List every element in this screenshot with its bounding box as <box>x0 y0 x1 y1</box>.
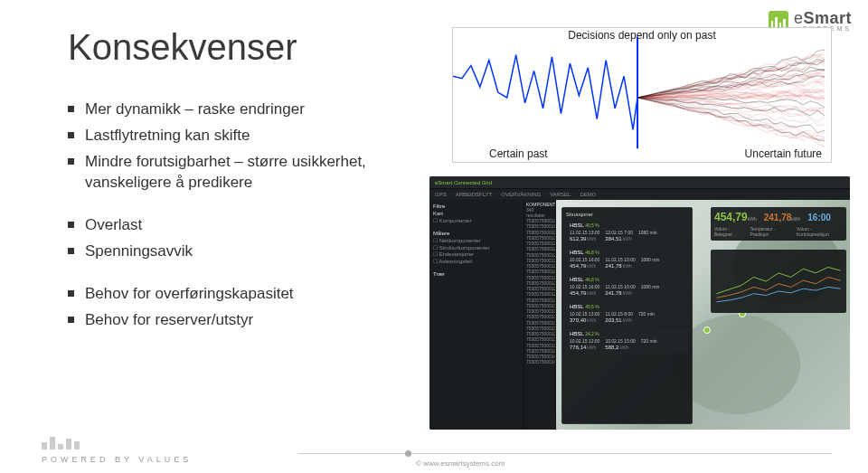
app-nav-item[interactable]: VARSEL <box>550 192 571 197</box>
bullet-icon <box>68 222 74 228</box>
card-value: 612,39kWh <box>570 236 596 241</box>
metric-tab[interactable]: Volum -Belegnet <box>714 226 746 237</box>
situation-card[interactable]: HBSL 46,8 %10.02.15 16:0011.02.15 10:001… <box>566 274 688 298</box>
bullet-icon <box>68 158 74 165</box>
card-time: 720 min <box>641 338 657 344</box>
card-time: 10.02.15 12:00 <box>570 338 599 344</box>
metric-tab[interactable]: Volum -Kortidspredikjon <box>797 226 843 237</box>
card-value: 384,51kWh <box>605 236 631 241</box>
card-pct: 46,8 % <box>585 277 599 282</box>
id-count: 340 resultater <box>526 207 553 218</box>
chart-svg <box>453 28 831 162</box>
filter-checkbox[interactable]: ☐ Endestasjoner <box>433 251 520 259</box>
card-time: 1080 min <box>641 257 660 262</box>
situation-card[interactable]: HBSL 46,8 %10.02.15 16:0011.02.15 10:001… <box>566 247 688 271</box>
footer-tagline: POWERED BY VALUES <box>42 455 192 464</box>
card-value: 776,14kWh <box>570 345 596 350</box>
filter-checkbox[interactable]: ☐ Avlesningsfeil <box>433 259 520 266</box>
bullet-text: Overlast <box>85 215 142 236</box>
bullet-text: Mer dynamikk – raske endringer <box>85 99 305 120</box>
bullet-text: Behov for reserver/utstyr <box>85 310 253 331</box>
card-time: 10.02.15 16:00 <box>570 284 599 289</box>
bullet-icon <box>68 317 74 323</box>
bullet-text: Lastflytretning kan skifte <box>85 126 250 147</box>
chart-label-right: Uncertain future <box>745 147 822 160</box>
card-time: 11.02.15 10:00 <box>605 284 635 289</box>
card-name: HBSL <box>570 277 583 282</box>
card-value: 454,79kWh <box>570 290 596 296</box>
id-row[interactable]: 7030575000141 <box>526 359 553 364</box>
section-header: Målere <box>433 231 520 236</box>
metric-3: 16:00 <box>807 213 831 222</box>
filter-checkbox[interactable]: ☐ Strukturkomponenter <box>433 245 520 252</box>
id-row[interactable]: 7030575000122 <box>526 252 553 258</box>
card-time: 720 min <box>638 311 655 317</box>
bullet-item: Mer dynamikk – raske endringer <box>68 99 429 120</box>
bullet-icon <box>68 106 74 112</box>
id-row[interactable]: 7030575000126 <box>526 275 553 280</box>
app-nav-item[interactable]: GPS <box>435 192 447 197</box>
id-row[interactable]: 7030575000137 <box>526 336 553 342</box>
app-map: Situasjoner HBSL 40,5 %11.02.15 13:0012.… <box>556 200 850 430</box>
id-row[interactable]: 7030575000129 <box>526 291 553 297</box>
card-value: 588,2kWh <box>605 345 628 350</box>
filter-checkbox[interactable]: ☐ Nettkomponenter <box>433 238 520 245</box>
id-row[interactable]: 7030575000138 <box>526 343 553 348</box>
card-time: 10.02.15 15:00 <box>605 338 635 344</box>
card-name: HBSL <box>570 250 583 255</box>
chart-label-left: Certain past <box>489 147 548 160</box>
slide-title: Konsekvenser <box>68 27 297 68</box>
card-name: HBSL <box>570 304 583 309</box>
app-nav-item[interactable]: OVERVÅKNING <box>501 192 541 197</box>
brand-main: Smart <box>803 9 852 27</box>
id-row[interactable]: 7030575000118 <box>526 230 553 235</box>
bullet-item: Lastflytretning kan skifte <box>68 126 429 147</box>
filter-checkbox[interactable]: ☐ Komponenter <box>433 218 520 225</box>
card-value: 454,79kWh <box>570 263 596 269</box>
metrics-panel: 454,79kWh 241,78kWh 16:00 Volum -Belegne… <box>711 207 846 241</box>
bullet-item: Spenningsavvik <box>68 241 429 262</box>
app-nav-item[interactable]: DEMO <box>580 192 596 197</box>
card-pct: 24,2 % <box>585 331 599 336</box>
app-screenshot: eSmart Connected Grid GPSARBEIDSFLYTOVER… <box>429 176 850 430</box>
card-value: 241,78kWh <box>605 263 631 269</box>
bullet-icon <box>68 132 74 138</box>
app-titlebar: eSmart Connected Grid <box>429 176 850 189</box>
app-nav-item[interactable]: ARBEIDSFLYT <box>456 192 493 197</box>
situation-card[interactable]: HBSL 40,5 %10.02.15 13:0011.02.15 8:0072… <box>566 301 688 326</box>
bullet-text: Behov for overføringskapasitet <box>85 284 294 305</box>
map-marker-icon <box>703 326 711 334</box>
app-id-column: KOMPONENTER340 resultater703057500011670… <box>524 200 556 430</box>
app-title: eSmart Connected Grid <box>435 180 492 185</box>
bullet-list: Mer dynamikk – raske endringerLastflytre… <box>68 99 429 353</box>
card-time: 10.02.15 16:00 <box>570 257 599 262</box>
card-time: 11.02.15 13:00 <box>570 230 599 235</box>
id-row[interactable]: 7030575000130 <box>526 298 553 303</box>
situation-card[interactable]: HBSL 40,5 %11.02.15 13:0012.02.15 7:0010… <box>566 220 688 244</box>
id-row[interactable]: 7030575000134 <box>526 320 553 326</box>
situation-card[interactable]: HBSL 24,2 %10.02.15 12:0010.02.15 15:007… <box>566 328 688 353</box>
bullet-text: Mindre forutsigbarhet – større usikkerhe… <box>85 152 429 194</box>
uncertainty-chart: Decisions depend only on past Certain pa… <box>452 27 832 163</box>
situations-panel: Situasjoner HBSL 40,5 %11.02.15 13:0012.… <box>561 207 693 424</box>
footer-url: © www.esmartsystems.com <box>416 459 505 468</box>
footer: POWERED BY VALUES © www.esmartsystems.co… <box>0 439 868 473</box>
id-row[interactable]: 7030575000133 <box>526 314 553 319</box>
id-row[interactable]: 7030575000117 <box>526 223 553 229</box>
app-left-panel: FiltreKart☐ KomponenterMålere☐ Nettkompo… <box>429 200 524 430</box>
bullet-icon <box>68 290 74 297</box>
id-row[interactable]: 7030575000121 <box>526 246 553 251</box>
card-time: 1080 min <box>638 230 657 235</box>
chart-title: Decisions depend only on past <box>568 30 715 42</box>
metric-2: 241,78kWh <box>764 213 801 222</box>
section-header: Trær <box>433 271 520 277</box>
card-value: 241,78kWh <box>605 290 631 296</box>
metric-tab[interactable]: Temperatur -Predikjon <box>750 226 793 237</box>
situations-title: Situasjoner <box>566 212 688 217</box>
bullet-item: Behov for reserver/utstyr <box>68 310 429 331</box>
bullet-text: Spenningsavvik <box>85 241 193 262</box>
right-mini-chart <box>711 250 846 313</box>
card-pct: 46,8 % <box>585 250 599 255</box>
id-row[interactable]: 7030575000125 <box>526 269 553 274</box>
card-time: 11.02.15 8:00 <box>605 311 633 317</box>
